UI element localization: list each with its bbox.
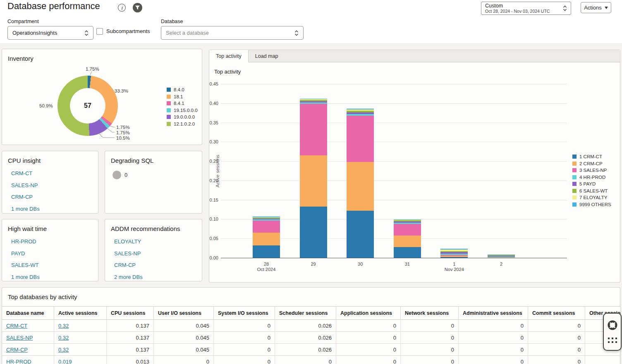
bar-2-4-HR-PROD[interactable] (488, 257, 515, 257)
bar-31-7-ELOYALTY[interactable] (394, 220, 421, 220)
db-link-CRM-CP[interactable]: CRM-CP (114, 262, 143, 268)
legend-item-19.0.0.0.0[interactable]: 19.0.0.0.0 (167, 114, 198, 121)
subcompartments-checkbox[interactable] (96, 28, 103, 35)
time-range-select[interactable]: Custom Oct 28, 2024 - Nov 03, 2024 UTC (481, 2, 571, 15)
bar-30-7-ELOYALTY[interactable] (347, 109, 374, 111)
db-link-PAYD[interactable]: PAYD (11, 250, 40, 257)
bar-28-5-PAYD[interactable] (253, 219, 280, 220)
bar-2-2-CRM-CP[interactable] (488, 257, 515, 258)
time-range-label: Custom (485, 3, 550, 9)
bar-1-2-CRM-CP[interactable] (440, 256, 468, 257)
column-header-cpu-sessions[interactable]: CPU sessions (107, 306, 154, 320)
column-header-active-sessions[interactable]: Active sessions (54, 306, 107, 320)
compartment-select[interactable]: OperationsInsights (7, 26, 93, 40)
bar-28-9999-OTHERS[interactable] (253, 216, 280, 217)
bar-30-9999-OTHERS[interactable] (347, 109, 374, 109)
bar-30-5-PAYD[interactable] (347, 112, 374, 114)
bar-29-2-CRM-CP[interactable] (300, 155, 327, 206)
bar-28-4-HR-PROD[interactable] (253, 219, 280, 221)
column-header-application-sessions[interactable]: Application sessions (336, 306, 401, 320)
column-header-commit-sessions[interactable]: Commit sessions (528, 306, 585, 320)
active-sessions-link[interactable]: 0.32 (58, 323, 69, 329)
bar-2-6-SALES-WT[interactable] (488, 255, 515, 256)
bar-29-5-PAYD[interactable] (300, 101, 327, 102)
db-name-link-HR-PROD[interactable]: HR-PROD (6, 359, 31, 364)
chart-legend-item-7-ELOYALTY[interactable]: 7 ELOYALTY (572, 194, 611, 201)
bar-30-3-SALES-NP[interactable] (347, 116, 374, 162)
bar-2-5-PAYD[interactable] (488, 256, 515, 257)
db-name-link-CRM-CP[interactable]: CRM-CP (6, 347, 28, 353)
more-dbs-link[interactable]: 1 more DBs (11, 206, 40, 212)
y-tick-label: 0.15 (203, 197, 218, 202)
bar-1-9999-OTHERS[interactable] (440, 249, 468, 250)
chart-legend-item-2-CRM-CP[interactable]: 2 CRM-CP (572, 160, 611, 167)
bar-28-6-SALES-WT[interactable] (253, 218, 280, 219)
column-header-administrative-sessions[interactable]: Administrative sessions (459, 306, 528, 320)
bar-29-7-ELOYALTY[interactable] (300, 99, 327, 100)
column-header-user-i-o-sessions[interactable]: User I/O sessions (154, 306, 214, 320)
bar-2-9999-OTHERS[interactable] (488, 255, 515, 255)
bar-1-5-PAYD[interactable] (440, 252, 468, 254)
db-name-link-CRM-CT[interactable]: CRM-CT (6, 323, 27, 329)
db-link-CRM-CP[interactable]: CRM-CP (11, 194, 40, 200)
chart-legend-item-4-HR-PROD[interactable]: 4 HR-PROD (572, 174, 611, 181)
bar-29-1-CRM-CT[interactable] (300, 207, 327, 258)
chart-legend-item-5-PAYD[interactable]: 5 PAYD (572, 181, 611, 188)
db-link-SALES-WT[interactable]: SALES-WT (11, 262, 40, 268)
bar-29-3-SALES-NP[interactable] (300, 104, 327, 155)
bar-30-2-CRM-CP[interactable] (347, 162, 374, 211)
bar-31-5-PAYD[interactable] (394, 221, 421, 223)
legend-item-8.4.1[interactable]: 8.4.1 (167, 100, 198, 107)
db-link-CRM-CT[interactable]: CRM-CT (11, 170, 40, 176)
column-header-scheduler-sessions[interactable]: Scheduler sessions (275, 306, 336, 320)
db-link-SALES-NP[interactable]: SALES-NP (11, 182, 40, 188)
bar-30-4-HR-PROD[interactable] (347, 114, 374, 116)
bar-29-4-HR-PROD[interactable] (300, 102, 327, 104)
chart-legend-item-9999-OTHERS[interactable]: 9999 OTHERS (572, 201, 611, 208)
actions-button[interactable]: Actions (581, 2, 611, 13)
chart-legend-item-3-SALES-NP[interactable]: 3 SALES-NP (572, 167, 611, 174)
bar-31-2-CRM-CP[interactable] (394, 236, 421, 247)
db-name-link-SALES-NP[interactable]: SALES-NP (6, 335, 33, 341)
db-link-SALES-NP[interactable]: SALES-NP (114, 250, 143, 257)
help-button[interactable] (607, 320, 618, 331)
info-icon[interactable]: i (118, 4, 126, 12)
chart-legend-item-1-CRM-CT[interactable]: 1 CRM-CT (572, 153, 611, 160)
bar-28-7-ELOYALTY[interactable] (253, 217, 280, 218)
bar-30-1-CRM-CT[interactable] (347, 211, 374, 258)
legend-item-18.1[interactable]: 18.1 (167, 93, 198, 100)
bar-29-9999-OTHERS[interactable] (300, 99, 327, 100)
legend-item-8.4.0[interactable]: 8.4.0 (167, 86, 198, 93)
active-sessions-link[interactable]: 0.32 (58, 335, 69, 341)
shortcuts-button[interactable] (608, 337, 617, 344)
db-link-HR-PROD[interactable]: HR-PROD (11, 238, 40, 245)
column-header-network-sessions[interactable]: Network sessions (401, 306, 459, 320)
chart-legend-item-6-SALES-WT[interactable]: 6 SALES-WT (572, 188, 611, 195)
column-header-system-i-o-sessions[interactable]: System I/O sessions (214, 306, 275, 320)
bar-28-1-CRM-CT[interactable] (253, 245, 280, 258)
more-dbs-link[interactable]: 1 more DBs (11, 274, 40, 280)
bar-31-9999-OTHERS[interactable] (394, 219, 421, 220)
legend-item-12.1.0.2.0[interactable]: 12.1.0.2.0 (167, 121, 198, 128)
bar-30-6-SALES-WT[interactable] (347, 111, 374, 112)
filter-icon[interactable] (133, 3, 142, 12)
bar-1-3-SALES-NP[interactable] (440, 255, 468, 256)
bar-31-1-CRM-CT[interactable] (394, 247, 421, 258)
more-dbs-link[interactable]: 2 more DBs (114, 274, 143, 280)
active-sessions-link[interactable]: 0.32 (58, 347, 69, 353)
db-link-ELOYALTY[interactable]: ELOYALTY (114, 238, 143, 245)
active-sessions-link[interactable]: 0.019 (58, 359, 72, 364)
legend-item-19.15.0.0.0[interactable]: 19.15.0.0.0 (167, 107, 198, 114)
bar-31-4-HR-PROD[interactable] (394, 223, 421, 224)
database-select[interactable]: Select a database (161, 26, 304, 40)
bar-1-4-HR-PROD[interactable] (440, 254, 468, 255)
bar-28-2-CRM-CP[interactable] (253, 233, 280, 245)
column-header-database-name[interactable]: Database name (2, 306, 54, 320)
bar-31-6-SALES-WT[interactable] (394, 220, 421, 221)
bar-31-3-SALES-NP[interactable] (394, 224, 421, 236)
bar-29-6-SALES-WT[interactable] (300, 100, 327, 101)
bar-1-7-ELOYALTY[interactable] (440, 250, 468, 251)
bar-1-1-CRM-CT[interactable] (440, 257, 468, 258)
bar-1-6-SALES-WT[interactable] (440, 251, 468, 252)
bar-28-3-SALES-NP[interactable] (253, 221, 280, 233)
